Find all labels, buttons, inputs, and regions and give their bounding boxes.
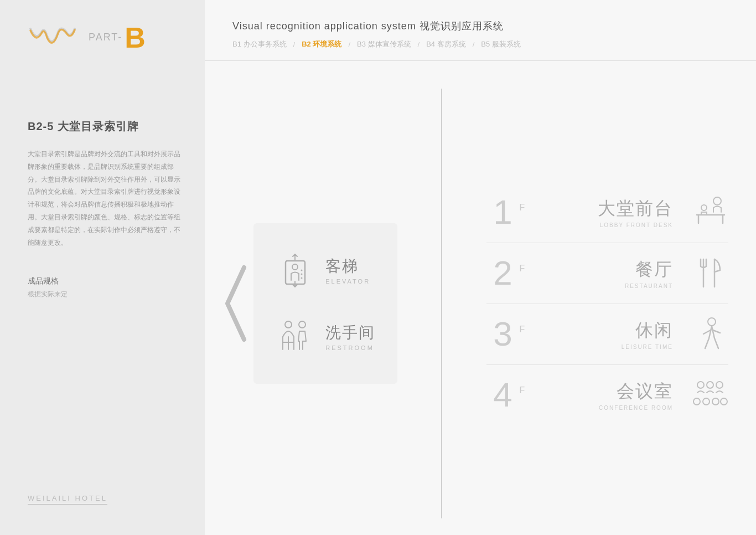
system-title: Visual recognition application system 视觉…: [232, 19, 728, 33]
sign-board: 客梯 ELEVATOR: [232, 89, 419, 518]
svg-point-10: [697, 382, 704, 388]
nav-sep-2: /: [348, 40, 350, 49]
directory-row-1: 1 F 大堂前台 LOBBY FRONT DESK: [486, 182, 728, 243]
svg-point-5: [285, 321, 292, 328]
bracket-left-icon: [223, 265, 248, 342]
lobby-icon: [692, 194, 728, 230]
floor-1-number: 1: [486, 195, 520, 229]
section-title: B2-5 大堂目录索引牌: [28, 119, 183, 134]
svg-point-11: [707, 382, 713, 388]
svg-point-9: [708, 318, 716, 326]
restaurant-icon: [692, 255, 728, 291]
leisure-icon: [692, 316, 728, 352]
restroom-chinese: 洗手间: [325, 322, 375, 343]
nav-sep-4: /: [473, 40, 475, 49]
sign-mockup: 客梯 ELEVATOR: [253, 223, 397, 384]
directory-panel: 1 F 大堂前台 LOBBY FRONT DESK: [464, 89, 728, 518]
elevator-english: ELEVATOR: [325, 278, 370, 285]
restroom-icon: [276, 317, 314, 356]
svg-point-16: [721, 398, 727, 405]
floor-3-number: 3: [486, 317, 520, 351]
restroom-label: 洗手间 RESTROOM: [325, 322, 375, 351]
nav-sep-1: /: [293, 40, 296, 49]
floor-3-english: LEISURE TIME: [622, 344, 673, 350]
floor-2-number: 2: [486, 256, 520, 290]
svg-point-14: [703, 398, 710, 405]
svg-point-3: [301, 273, 302, 275]
directory-row-2: 2 F 餐厅 RESTAURANT: [486, 243, 728, 304]
nav-b5[interactable]: B5 服装系统: [481, 39, 521, 49]
floor-2-label: 餐厅 RESTAURANT: [533, 258, 673, 289]
brand-name: WEILAILI HOTEL: [28, 494, 107, 505]
floor-1-label: 大堂前台 LOBBY FRONT DESK: [533, 197, 673, 228]
spec-block: 成品规格 根据实际来定: [28, 276, 183, 299]
floor-2-chinese: 餐厅: [635, 258, 673, 282]
floor-3-number-area: 3 F: [486, 317, 525, 351]
floor-2-english: RESTAURANT: [625, 283, 673, 289]
directory-row-3: 3 F 休闲 LEISURE TIME: [486, 304, 728, 365]
conference-icon: [692, 377, 728, 413]
nav-b1[interactable]: B1 办公事务系统: [232, 39, 287, 49]
floor-3-label: 休闲 LEISURE TIME: [533, 318, 673, 350]
floor-1-english: LOBBY FRONT DESK: [600, 222, 673, 228]
svg-point-7: [713, 197, 721, 205]
main-content: Visual recognition application system 视觉…: [205, 0, 756, 535]
svg-point-12: [716, 382, 723, 388]
svg-point-8: [701, 205, 707, 210]
logo-area: PART- B: [28, 22, 183, 53]
sign-item-restroom: 洗手间 RESTROOM: [276, 317, 375, 356]
floor-4-number: 4: [486, 378, 520, 412]
sign-item-elevator: 客梯 ELEVATOR: [276, 251, 375, 290]
nav-sep-3: /: [418, 40, 420, 49]
directory-row-4: 4 F 会议室 CONFERENCE ROOM: [486, 365, 728, 425]
floor-2-f: F: [520, 264, 525, 274]
floor-4-chinese: 会议室: [617, 379, 673, 404]
nav-items: B1 办公事务系统 / B2 环境系统 / B3 媒体宣传系统 / B4 客房系…: [232, 39, 728, 49]
part-text: PART-: [89, 32, 122, 43]
section-desc: 大堂目录索引牌是品牌对外交流的工具和对外展示品牌形象的重要载体，是品牌识别系统重…: [28, 148, 183, 249]
spec-value: 根据实际来定: [28, 290, 183, 299]
floor-1-f: F: [520, 203, 525, 213]
floor-4-f: F: [520, 385, 525, 395]
svg-point-4: [301, 277, 302, 279]
floor-2-number-area: 2 F: [486, 256, 525, 290]
elevator-label: 客梯 ELEVATOR: [325, 256, 370, 285]
vertical-divider: [441, 89, 442, 518]
svg-point-2: [301, 269, 302, 271]
content-area: 客梯 ELEVATOR: [205, 61, 756, 535]
svg-point-15: [712, 398, 719, 405]
floor-4-number-area: 4 F: [486, 378, 525, 412]
restroom-english: RESTROOM: [325, 344, 375, 351]
elevator-icon: [276, 251, 314, 290]
floor-3-f: F: [520, 325, 525, 335]
floor-1-chinese: 大堂前台: [598, 197, 673, 221]
sign-mockup-wrapper: 客梯 ELEVATOR: [253, 223, 397, 384]
sidebar: PART- B B2-5 大堂目录索引牌 大堂目录索引牌是品牌对外交流的工具和对…: [0, 0, 205, 535]
floor-4-english: CONFERENCE ROOM: [599, 405, 673, 411]
part-b-letter: B: [125, 23, 146, 52]
nav-b2[interactable]: B2 环境系统: [302, 39, 341, 49]
w-logo: [28, 22, 77, 53]
part-b-label: PART- B: [89, 23, 146, 52]
bottom-brand: WEILAILI HOTEL: [28, 494, 107, 505]
elevator-chinese: 客梯: [325, 256, 370, 277]
nav-b3[interactable]: B3 媒体宣传系统: [357, 39, 411, 49]
floor-3-chinese: 休闲: [635, 318, 673, 343]
svg-point-6: [299, 321, 305, 328]
floor-1-number-area: 1 F: [486, 195, 525, 229]
spec-title: 成品规格: [28, 276, 183, 286]
svg-point-13: [693, 398, 700, 405]
nav-b4[interactable]: B4 客房系统: [426, 39, 466, 49]
floor-4-label: 会议室 CONFERENCE ROOM: [533, 379, 673, 411]
top-nav: Visual recognition application system 视觉…: [205, 0, 756, 61]
svg-point-1: [292, 264, 298, 270]
